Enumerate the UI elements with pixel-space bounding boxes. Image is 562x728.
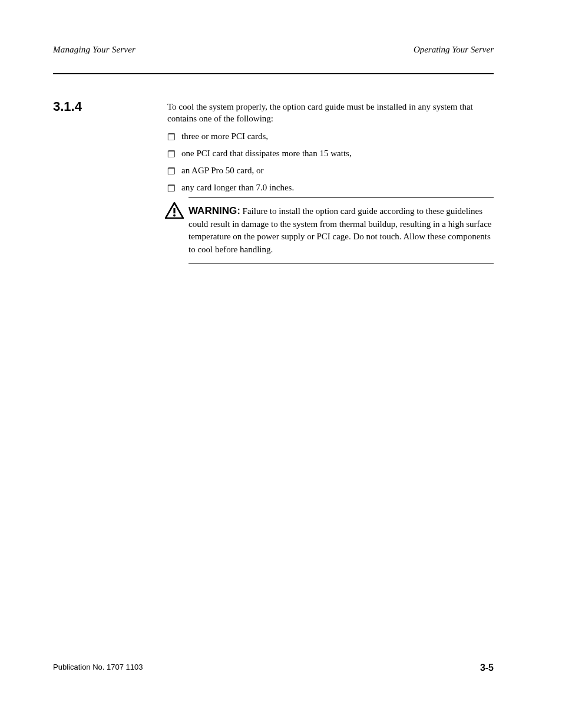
bullet-text: any card longer than 7.0 inches. <box>181 179 494 196</box>
bullet-text: one PCI card that dissipates more than 1… <box>181 145 494 162</box>
intro-paragraph: To cool the system properly, the option … <box>167 101 494 125</box>
list-item: ❐ any card longer than 7.0 inches. <box>167 179 494 196</box>
header-left: Managing Your Server <box>53 45 135 55</box>
warning-icon <box>165 202 184 219</box>
footer-left: Publication No. 1707 1103 <box>53 663 143 673</box>
warning-callout: WARNING: Failure to install the option c… <box>167 197 494 263</box>
bullet-icon: ❐ <box>167 185 181 193</box>
callout-rule-bottom <box>189 263 494 263</box>
list-item: ❐ three or more PCI cards, <box>167 128 494 145</box>
page-footer: Publication No. 1707 1103 3-5 <box>53 663 494 673</box>
bullet-text: an AGP Pro 50 card, or <box>181 162 494 179</box>
list-item: ❐ one PCI card that dissipates more than… <box>167 145 494 162</box>
svg-rect-0 <box>173 208 175 213</box>
callout-rule-top <box>189 197 494 198</box>
section-number: 3.1.4 <box>53 99 82 114</box>
bullet-icon: ❐ <box>167 167 181 176</box>
svg-point-1 <box>173 215 176 217</box>
bullet-icon: ❐ <box>167 150 181 159</box>
bullet-text: three or more PCI cards, <box>181 128 494 145</box>
warning-heading: WARNING: <box>189 205 240 216</box>
page-header: Managing Your Server Operating Your Serv… <box>53 45 494 55</box>
bullet-list: ❐ three or more PCI cards, ❐ one PCI car… <box>167 128 494 196</box>
header-rule <box>53 73 494 74</box>
header-right: Operating Your Server <box>414 45 494 55</box>
list-item: ❐ an AGP Pro 50 card, or <box>167 162 494 179</box>
page-number: 3-5 <box>480 663 494 673</box>
bullet-icon: ❐ <box>167 133 181 142</box>
